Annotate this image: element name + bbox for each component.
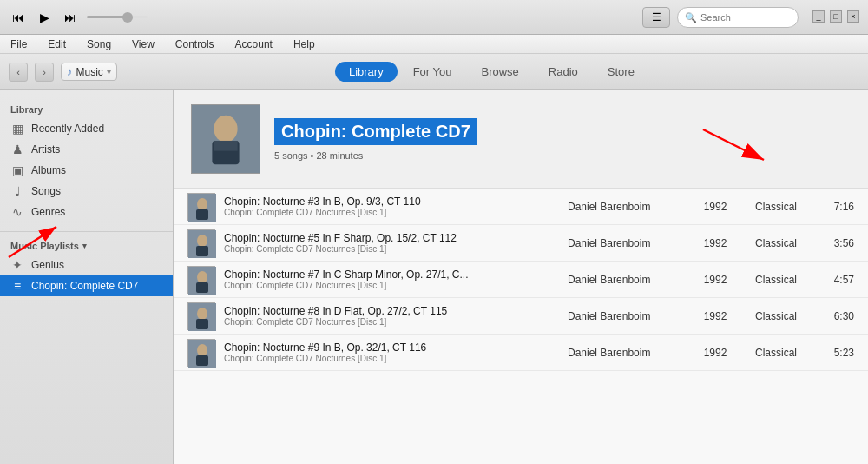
album-art [191, 104, 260, 174]
track-info: Chopin: Nocturne #3 In B, Op. 9/3, CT 11… [224, 196, 559, 217]
sidebar-item-label: Recently Added [31, 123, 104, 135]
track-title: Chopin: Nocturne #8 In D Flat, Op. 27/2,… [224, 305, 559, 317]
list-view-button[interactable]: ☰ [642, 7, 670, 28]
content-area: Chopin: Complete CD7 5 songs • 28 minute… [174, 90, 868, 464]
track-genre: Classical [741, 310, 811, 322]
tab-store[interactable]: Store [594, 62, 648, 82]
menu-file[interactable]: File [7, 38, 30, 50]
minimize-button[interactable]: _ [812, 10, 825, 23]
svg-rect-10 [196, 209, 208, 220]
sidebar-item-recently-added[interactable]: ▦ Recently Added [0, 118, 173, 139]
track-year: 1992 [698, 201, 733, 213]
album-art-inner [192, 105, 260, 173]
menu-help[interactable]: Help [290, 38, 319, 50]
svg-point-12 [197, 235, 207, 247]
location-text: Music [76, 66, 103, 78]
track-album: Chopin: Complete CD7 Nocturnes [Disc 1] [224, 317, 559, 327]
track-row[interactable]: Chopin: Nocturne #9 In B, Op. 32/1, CT 1… [174, 335, 868, 371]
tab-library[interactable]: Library [335, 62, 398, 82]
track-art [188, 340, 216, 368]
maximize-button[interactable]: □ [830, 10, 842, 23]
track-genre: Classical [741, 237, 811, 249]
track-row[interactable]: Chopin: Nocturne #5 In F Sharp, Op. 15/2… [174, 225, 868, 262]
svg-point-3 [214, 116, 237, 143]
playlists-header[interactable]: Music Playlists ▾ [0, 237, 173, 255]
track-title: Chopin: Nocturne #7 In C Sharp Minor, Op… [224, 268, 559, 281]
track-thumbnail [187, 229, 215, 257]
sidebar-item-chopin-cd7[interactable]: ≡ Chopin: Complete CD7 [0, 275, 173, 296]
album-info: Chopin: Complete CD7 5 songs • 28 minute… [274, 118, 851, 161]
menu-view[interactable]: View [128, 38, 158, 50]
track-info: Chopin: Nocturne #7 In C Sharp Minor, Op… [224, 268, 559, 290]
svg-point-15 [197, 271, 207, 283]
album-meta: 5 songs • 28 minutes [274, 150, 851, 161]
tab-radio[interactable]: Radio [535, 62, 592, 82]
menu-controls[interactable]: Controls [172, 38, 218, 50]
sidebar-item-label: Songs [31, 185, 61, 197]
track-album: Chopin: Complete CD7 Nocturnes [Disc 1] [224, 354, 559, 363]
track-genre: Classical [741, 347, 811, 359]
tab-browse[interactable]: Browse [468, 62, 533, 82]
track-row[interactable]: Chopin: Nocturne #7 In C Sharp Minor, Op… [174, 262, 868, 298]
volume-thumb [122, 12, 133, 23]
track-genre: Classical [741, 274, 811, 286]
track-list: Chopin: Nocturne #3 In B, Op. 9/3, CT 11… [174, 189, 868, 371]
track-duration: 5:23 [819, 347, 854, 359]
track-artist: Daniel Barenboim [568, 237, 689, 249]
main-layout: Library ▦ Recently Added ♟ Artists ▣ Alb… [0, 90, 868, 464]
genius-icon: ✦ [10, 258, 24, 272]
sidebar-item-label: Chopin: Complete CD7 [31, 280, 138, 292]
track-album: Chopin: Complete CD7 Nocturnes [Disc 1] [224, 244, 559, 254]
track-artist: Daniel Barenboim [568, 201, 689, 213]
sidebar-item-genres[interactable]: ∿ Genres [0, 202, 173, 222]
sidebar-item-artists[interactable]: ♟ Artists [0, 139, 173, 160]
track-genre: Classical [741, 201, 811, 213]
sidebar-item-songs[interactable]: ♩ Songs [0, 181, 173, 202]
track-artist: Daniel Barenboim [568, 347, 689, 359]
forward-button-nav[interactable]: › [35, 63, 54, 82]
menu-bar: File Edit Song View Controls Account Hel… [0, 35, 868, 54]
track-duration: 4:57 [819, 274, 854, 286]
artists-icon: ♟ [10, 143, 24, 156]
recently-added-icon: ▦ [10, 122, 24, 136]
sidebar-item-label: Artists [31, 143, 60, 156]
toolbar: ‹ › ♪ Music ▾ Library For You Browse Rad… [0, 54, 868, 90]
title-bar: ⏮ ▶ ⏭ ☰ 🔍 _ □ × [0, 0, 868, 35]
location-bar: ♪ Music ▾ [61, 63, 117, 81]
track-art [188, 267, 216, 295]
svg-rect-5 [214, 141, 237, 151]
menu-account[interactable]: Account [232, 38, 276, 50]
back-button[interactable]: ‹ [9, 63, 28, 82]
close-button[interactable]: × [847, 10, 859, 23]
tab-for-you[interactable]: For You [399, 62, 466, 82]
album-header: Chopin: Complete CD7 5 songs • 28 minute… [174, 90, 868, 189]
track-title: Chopin: Nocturne #3 In B, Op. 9/3, CT 11… [224, 196, 559, 208]
track-year: 1992 [698, 347, 733, 359]
track-row[interactable]: Chopin: Nocturne #8 In D Flat, Op. 27/2,… [174, 298, 868, 335]
sidebar-item-albums[interactable]: ▣ Albums [0, 160, 173, 181]
sidebar-item-genius[interactable]: ✦ Genius [0, 255, 173, 275]
search-bar[interactable]: 🔍 [677, 7, 799, 28]
track-artist: Daniel Barenboim [568, 310, 689, 322]
svg-rect-22 [196, 355, 208, 366]
volume-slider[interactable] [87, 16, 148, 18]
window-controls: _ □ × [812, 10, 859, 23]
sidebar: Library ▦ Recently Added ♟ Artists ▣ Alb… [0, 90, 174, 464]
play-button[interactable]: ▶ [35, 8, 54, 27]
track-year: 1992 [698, 310, 733, 322]
album-section: Chopin: Complete CD7 5 songs • 28 minute… [174, 90, 868, 189]
search-input[interactable] [700, 12, 787, 23]
svg-point-21 [197, 344, 207, 356]
forward-button[interactable]: ⏭ [61, 8, 80, 27]
genres-icon: ∿ [10, 205, 24, 219]
track-album: Chopin: Complete CD7 Nocturnes [Disc 1] [224, 208, 559, 217]
album-title: Chopin: Complete CD7 [274, 118, 477, 145]
playlists-arrow-icon: ▾ [82, 242, 87, 250]
menu-song[interactable]: Song [83, 38, 115, 50]
track-info: Chopin: Nocturne #8 In D Flat, Op. 27/2,… [224, 305, 559, 327]
svg-point-18 [197, 308, 207, 320]
track-row[interactable]: Chopin: Nocturne #3 In B, Op. 9/3, CT 11… [174, 189, 868, 225]
menu-edit[interactable]: Edit [44, 38, 69, 50]
track-album: Chopin: Complete CD7 Nocturnes [Disc 1] [224, 281, 559, 290]
rewind-button[interactable]: ⏮ [9, 8, 28, 27]
